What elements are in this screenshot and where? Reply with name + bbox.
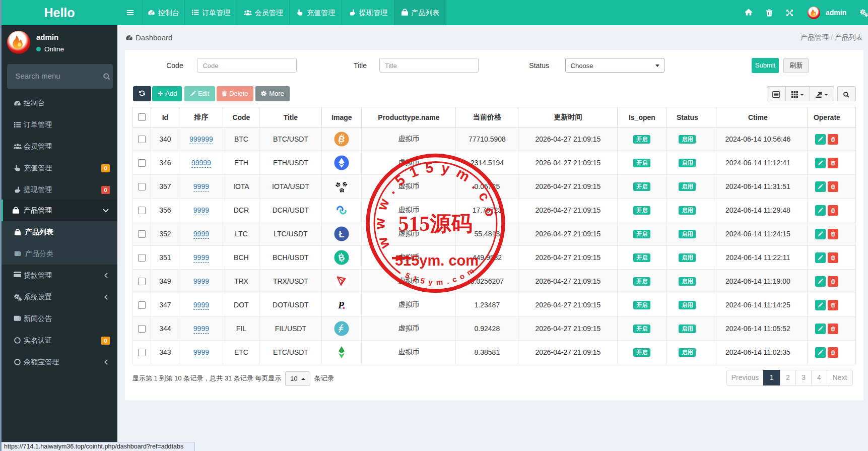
svg-text:P: P: [338, 300, 345, 310]
svg-text:Ł: Ł: [339, 229, 345, 239]
svg-text:w w w . 5 1 5 y m . c o m: w w w . 5 1 5 y m . c o m: [360, 147, 499, 251]
svg-text:515源码: 515源码: [398, 212, 473, 235]
svg-text:515ym. com: 515ym. com: [395, 252, 479, 269]
